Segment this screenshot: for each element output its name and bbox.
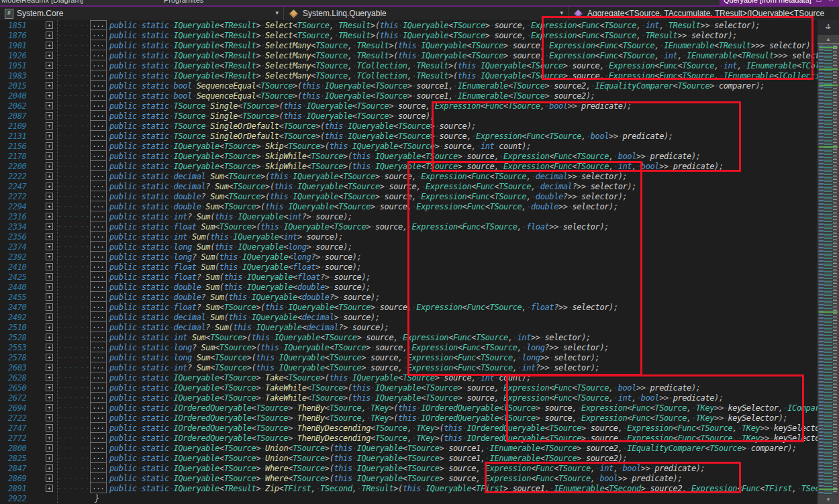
collapsed-region-box[interactable]: ... [90,171,107,181]
collapsed-region-box[interactable]: ... [90,40,107,50]
fold-expand-icon[interactable]: + [46,92,53,99]
fold-expand-icon[interactable]: + [46,172,53,180]
fold-expand-icon[interactable]: + [46,112,53,119]
type-dropdown[interactable]: System.Linq.Queryable ▾ [283,7,568,20]
fold-expand-icon[interactable]: + [46,313,53,321]
assembly-dropdown[interactable]: # System.Core ▾ [0,7,283,20]
fold-expand-icon[interactable]: + [46,283,53,291]
collapsed-region-box[interactable]: ... [90,413,107,423]
minimap[interactable] [818,44,839,495]
collapsed-region-box[interactable]: ... [90,403,107,413]
collapsed-region-box[interactable]: ... [90,191,107,201]
collapsed-region-box[interactable]: ... [90,423,107,433]
fold-expand-icon[interactable]: + [46,354,53,361]
collapsed-region-box[interactable]: ... [90,181,107,191]
collapsed-region-box[interactable]: ... [90,383,107,393]
collapsed-region-box[interactable]: ... [90,232,107,242]
collapsed-region-box[interactable]: ... [90,242,107,252]
fold-expand-icon[interactable]: + [46,122,53,130]
member-dropdown[interactable]: Aggregate<TSource, TAccumulate, TResult>… [568,7,839,20]
collapsed-region-box[interactable]: ... [90,221,107,232]
collapsed-region-box[interactable]: ... [90,393,107,403]
collapsed-region-box[interactable]: ... [90,121,107,131]
collapsed-region-box[interactable]: ... [90,262,107,272]
tab-center[interactable]: Programites [164,0,203,4]
collapsed-region-box[interactable]: ... [90,81,107,91]
collapsed-region-box[interactable]: ... [90,272,107,282]
collapsed-region-box[interactable]: ... [90,473,107,483]
collapsed-region-box[interactable]: ... [90,50,107,60]
tab-queryable-active[interactable]: Queryable [from metadata] ‒ ▢ ✕ [720,0,839,5]
collapsed-region-box[interactable]: ... [90,443,107,453]
collapsed-region-box[interactable]: ... [90,463,107,473]
fold-expand-icon[interactable]: + [46,253,53,260]
fold-expand-icon[interactable]: + [46,21,53,29]
collapsed-region-box[interactable]: ... [90,30,107,40]
fold-expand-icon[interactable]: + [46,213,53,220]
chevron-down-icon[interactable]: ▾ [275,9,279,16]
tab-left[interactable]: ModelReadmx [Diagram] [1,0,83,4]
collapsed-region-box[interactable]: ... [90,141,107,151]
collapsed-region-box[interactable]: ... [90,433,107,443]
collapsed-region-box[interactable]: ... [90,292,107,302]
collapsed-region-box[interactable]: ... [90,352,107,362]
fold-expand-icon[interactable]: + [46,52,53,59]
scroll-up-arrow-icon[interactable]: ▲ [818,35,839,44]
collapsed-region-box[interactable]: ... [90,60,107,70]
pan-move-icon[interactable]: ↔↕ [818,20,839,35]
fold-expand-icon[interactable]: + [46,454,53,462]
collapsed-region-box[interactable]: ... [90,211,107,221]
fold-expand-icon[interactable]: + [46,485,53,492]
collapsed-region-box[interactable]: ... [90,342,107,352]
fold-expand-icon[interactable]: + [46,183,53,190]
fold-expand-icon[interactable]: + [46,474,53,482]
scroll-down-arrow-icon[interactable]: ▼ [818,495,839,504]
collapsed-region-box[interactable]: ... [90,151,107,161]
fold-expand-icon[interactable]: + [46,102,53,109]
fold-expand-icon[interactable]: + [46,62,53,69]
fold-expand-icon[interactable]: + [46,243,53,250]
fold-expand-icon[interactable]: + [46,72,53,79]
collapsed-region-box[interactable]: ... [90,453,107,463]
collapsed-region-box[interactable]: ... [90,91,107,101]
collapsed-region-box[interactable]: ... [90,302,107,312]
fold-expand-icon[interactable]: + [46,152,53,160]
window-control-icons[interactable]: ‒ ▢ ✕ [805,0,836,3]
fold-expand-icon[interactable]: + [46,424,53,432]
fold-expand-icon[interactable]: + [46,162,53,170]
collapsed-region-box[interactable]: ... [90,20,107,30]
collapsed-region-box[interactable]: ... [90,312,107,322]
fold-expand-icon[interactable]: + [46,434,53,442]
collapsed-region-box[interactable]: ... [90,111,107,121]
collapsed-region-box[interactable]: ... [90,483,107,493]
collapsed-region-box[interactable]: ... [90,362,107,372]
code-editor[interactable]: 1851+········...public·static·IQueryable… [0,20,839,504]
fold-expand-icon[interactable]: + [46,384,53,391]
fold-expand-icon[interactable]: + [46,374,53,381]
fold-expand-icon[interactable]: + [46,193,53,200]
fold-expand-icon[interactable]: + [46,273,53,281]
collapsed-region-box[interactable]: ... [90,70,107,81]
fold-expand-icon[interactable]: + [46,223,53,230]
collapsed-region-box[interactable]: ... [90,372,107,383]
collapsed-region-box[interactable]: ... [90,252,107,262]
collapsed-region-box[interactable]: ... [90,161,107,171]
fold-expand-icon[interactable]: + [46,303,53,311]
fold-expand-icon[interactable]: + [46,263,53,270]
collapsed-region-box[interactable]: ... [90,322,107,332]
fold-expand-icon[interactable]: + [46,344,53,351]
collapsed-region-box[interactable]: ... [90,332,107,342]
collapsed-region-box[interactable]: ... [90,282,107,292]
chevron-down-icon[interactable]: ▾ [560,9,563,16]
fold-expand-icon[interactable]: + [46,464,53,472]
collapsed-region-box[interactable]: ... [90,131,107,141]
fold-expand-icon[interactable]: + [46,142,53,150]
fold-expand-icon[interactable]: + [46,82,53,89]
fold-expand-icon[interactable]: + [46,32,53,39]
fold-expand-icon[interactable]: + [46,132,53,140]
fold-expand-icon[interactable]: + [46,203,53,210]
fold-expand-icon[interactable]: + [46,42,53,49]
fold-expand-icon[interactable]: + [46,404,53,411]
fold-expand-icon[interactable]: + [46,444,53,452]
minimap-scrollbar[interactable]: ↔↕ ▲ ▼ [818,20,839,504]
